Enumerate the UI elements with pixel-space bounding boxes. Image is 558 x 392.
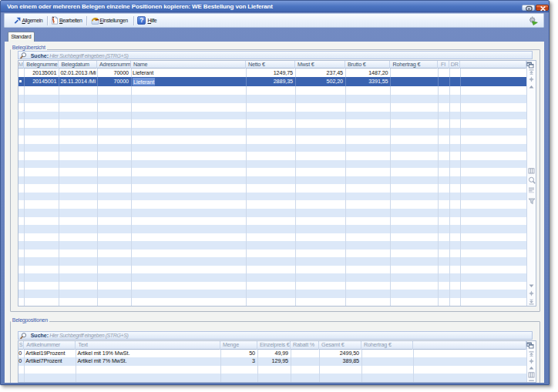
- cell[interactable]: 237,45: [295, 69, 345, 77]
- column-header-Netto €[interactable]: Netto €: [246, 61, 295, 69]
- cell[interactable]: 50: [220, 350, 257, 358]
- cell[interactable]: 70000: [97, 77, 131, 85]
- grid-empty-row: [18, 119, 526, 128]
- cell[interactable]: 1249,75: [246, 69, 295, 77]
- search-label: Suche:: [31, 333, 49, 338]
- column-header-M[interactable]: M: [18, 61, 25, 69]
- column-header-Artikelnummer[interactable]: Artikelnummer: [24, 341, 76, 350]
- cell[interactable]: Artikel mit 19% MwSt.: [76, 350, 220, 358]
- cell[interactable]: Lieferant: [131, 69, 246, 77]
- cell[interactable]: 0: [18, 357, 25, 366]
- grid-empty-row: [18, 193, 526, 201]
- column-header-Menge[interactable]: Menge: [220, 341, 257, 350]
- column-header-Belegnumme[interactable]: Belegnumme: [24, 61, 59, 69]
- column-header-Text[interactable]: Text: [76, 341, 220, 350]
- toolbar-button-bearbeiten[interactable]: Bearbeiten: [50, 15, 82, 26]
- column-header-Mwst €[interactable]: Mwst €: [295, 61, 345, 69]
- toolbar-separator: [86, 16, 87, 25]
- column-header-Rohertrag €[interactable]: Rohertrag €: [390, 61, 438, 69]
- cell[interactable]: 2499,50: [319, 350, 361, 358]
- column-header-S[interactable]: S: [18, 341, 25, 350]
- cell[interactable]: 2889,35: [246, 77, 295, 85]
- nav-thumb-icon[interactable]: [528, 168, 535, 174]
- column-header-Einzelpreis €[interactable]: Einzelpreis €: [257, 341, 291, 350]
- nav-search-icon[interactable]: [528, 176, 536, 185]
- grid-empty-row: [18, 290, 526, 298]
- grid-column-line: [460, 69, 461, 306]
- toolbar-button-allgemein[interactable]: Allgemein: [13, 15, 43, 26]
- cell[interactable]: 389,85: [319, 357, 361, 366]
- grid-column-line: [246, 69, 247, 306]
- column-header-filler[interactable]: [413, 341, 526, 350]
- cell[interactable]: 26.11.2014 /Mi: [59, 77, 97, 85]
- nav-thumb-icon[interactable]: [528, 372, 535, 378]
- window-wrench-icon: [91, 16, 99, 25]
- cell[interactable]: 129,95: [257, 357, 291, 366]
- column-header-DR[interactable]: DR: [449, 61, 461, 69]
- grid-header: MBelegnummeBelegdatumAdressnummNameNetto…: [18, 61, 536, 69]
- cell[interactable]: 0: [18, 350, 25, 358]
- grid-empty-row: [18, 382, 526, 383]
- maximize-button[interactable]: [522, 5, 535, 12]
- grid-empty-row: [18, 144, 526, 152]
- cell[interactable]: 3: [220, 357, 257, 366]
- cell[interactable]: 02.01.2013 /Mi: [59, 69, 97, 77]
- cell[interactable]: 70000: [97, 69, 131, 77]
- grid-empty-row: [18, 257, 526, 266]
- gear-go-icon[interactable]: [529, 16, 538, 25]
- customize-icon[interactable]: [526, 62, 534, 69]
- grid-column-line: [438, 69, 439, 306]
- column-header-Adressnumm[interactable]: Adressnumm: [97, 61, 131, 69]
- cell[interactable]: 20145001: [24, 77, 59, 85]
- tab-standard[interactable]: Standard: [8, 32, 35, 42]
- grid-empty-row: [18, 103, 526, 112]
- search-panel[interactable]: Suche:Hier Suchbegriff eingeben (STRG+S): [18, 331, 533, 340]
- nav-next-icon[interactable]: [528, 283, 535, 288]
- cell[interactable]: 3391,55: [345, 77, 391, 85]
- column-header-FI[interactable]: FI: [438, 61, 449, 69]
- grid-column-line: [361, 350, 362, 383]
- grid-column-line: [345, 69, 346, 306]
- column-header-Name[interactable]: Name: [131, 61, 246, 69]
- grid-empty-row: [18, 282, 526, 290]
- nav-first-icon[interactable]: [528, 69, 535, 75]
- search-panel[interactable]: Suche:Hier Suchbegriff eingeben (STRG+S): [18, 51, 533, 59]
- nav-prior-icon[interactable]: [528, 366, 535, 370]
- column-header-Gesamt €[interactable]: Gesamt €: [319, 341, 361, 350]
- column-header-Belegdatum[interactable]: Belegdatum: [59, 61, 97, 69]
- column-header-Rohertrag €[interactable]: Rohertrag €: [361, 341, 413, 350]
- cell[interactable]: 49,99: [257, 350, 291, 358]
- column-header-Rabatt %[interactable]: Rabatt %: [291, 341, 319, 350]
- close-button[interactable]: [536, 5, 549, 12]
- cell[interactable]: 502,20: [295, 77, 345, 85]
- nav-prior-icon[interactable]: [528, 85, 535, 89]
- grid-header: SArtikelnummerTextMengeEinzelpreis €Raba…: [18, 341, 536, 350]
- nav-prior-page-icon[interactable]: [528, 76, 535, 82]
- nav-prior-page-icon[interactable]: [528, 358, 535, 364]
- nav-last-icon[interactable]: [528, 299, 535, 305]
- grid-navigator: [526, 61, 536, 306]
- grid-column-line: [438, 77, 439, 85]
- grid-empty-row: [18, 112, 526, 120]
- toolbar-button-hilfe[interactable]: ?Hilfe: [137, 15, 157, 26]
- customize-icon[interactable]: [526, 342, 534, 349]
- toolbar-button-label: Hilfe: [148, 18, 157, 23]
- toolbar-button-einstellungen[interactable]: Einstellungen: [91, 15, 128, 26]
- nav-next-page-icon[interactable]: [528, 290, 535, 297]
- nav-lines-icon[interactable]: [528, 187, 535, 193]
- cell[interactable]: 20135001: [24, 69, 59, 77]
- nav-filter-icon[interactable]: [528, 198, 536, 205]
- column-header-filler[interactable]: [460, 61, 526, 69]
- group-box-label: Belegpositionen: [11, 317, 49, 323]
- tab-page: Belegübersicht Suche:Hier Suchbegriff ei…: [5, 42, 544, 384]
- nav-dash-icon[interactable]: [528, 380, 535, 384]
- grid-column-line: [413, 350, 414, 383]
- cell[interactable]: Artikel7Prozent: [24, 357, 76, 366]
- grid-empty-row: [18, 128, 526, 136]
- cell[interactable]: Lieferant: [131, 77, 246, 85]
- column-header-Brutto €[interactable]: Brutto €: [345, 61, 391, 69]
- cell[interactable]: Artikel mit 7% MwSt.: [76, 357, 220, 366]
- nav-first-icon[interactable]: [528, 351, 535, 357]
- cell[interactable]: Artikel19Prozent: [24, 350, 76, 358]
- cell[interactable]: 1487,20: [345, 69, 391, 77]
